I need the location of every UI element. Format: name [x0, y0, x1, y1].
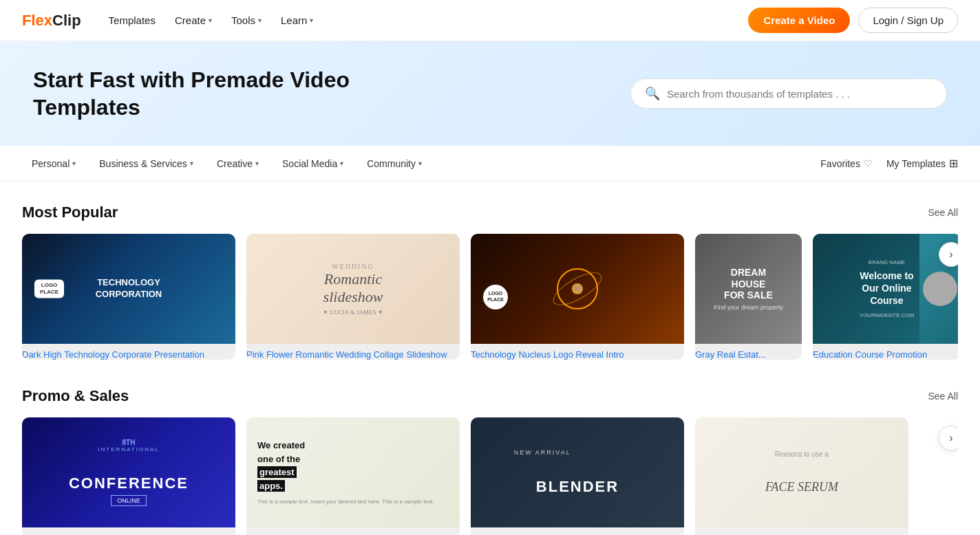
section-header-promo: Promo & Sales See All [22, 387, 958, 405]
cat-social-media[interactable]: Social Media ▾ [273, 154, 353, 173]
chevron-icon: ▾ [190, 160, 193, 167]
scroll-right-button[interactable]: › [939, 426, 958, 450]
card-title: Dark High Technology Corporate Presentat… [22, 349, 235, 360]
play-icon: ▶ [734, 274, 764, 304]
nav-actions: Create a Video Login / Sign Up [748, 8, 958, 33]
play-icon: ▶ [338, 274, 368, 304]
cat-personal[interactable]: Personal ▾ [22, 154, 85, 173]
card-title: Technology Nucleus Logo Reveal Intro [471, 349, 684, 360]
card-realestate[interactable]: DREAMHOUSEFOR SALE Find your dream prope… [695, 234, 802, 360]
promo-sales-section: Promo & Sales See All 8TH INTERNATIONAL … [22, 387, 958, 535]
card-blender[interactable]: NEW ARRIVAL BLENDER ▶ New Arrival Blende… [471, 417, 684, 535]
play-icon: ▶ [787, 457, 817, 488]
nav-templates[interactable]: Templates [109, 14, 156, 26]
play-icon: ▶ [562, 457, 593, 488]
chevron-icon: ▾ [255, 160, 259, 167]
hero-title: Start Fast with Premade Video Templates [33, 66, 418, 121]
logo-text: FlexClip [22, 12, 81, 30]
play-icon: ▶ [872, 274, 902, 304]
card-wedding[interactable]: WEDDING Romanticslideshow ✦ LUCIA & JAME… [246, 234, 460, 360]
search-input[interactable] [667, 88, 933, 100]
favorites-button[interactable]: Favorites ♡ [820, 158, 873, 169]
play-icon: ▶ [562, 274, 593, 304]
section-header-popular: Most Popular See All [22, 204, 958, 221]
card-title: Gray Real Estat... [695, 349, 802, 360]
nav-links: Templates Create ▾ Tools ▾ Learn ▾ [109, 14, 749, 26]
heart-icon: ♡ [864, 158, 873, 169]
create-video-button[interactable]: Create a Video [748, 8, 850, 33]
login-button[interactable]: Login / Sign Up [858, 8, 958, 33]
layers-icon: ⊞ [949, 157, 958, 170]
popular-cards-container: LOGOPLACE TECHNOLOGYCORPORATION ▶ Dark H… [22, 234, 958, 360]
see-all-popular[interactable]: See All [928, 207, 958, 218]
play-icon: ▶ [114, 274, 144, 304]
hero-banner: Start Fast with Premade Video Templates … [0, 41, 980, 146]
nav-learn[interactable]: Learn ▾ [281, 14, 313, 26]
chevron-icon: ▾ [258, 17, 262, 24]
play-icon: ▶ [114, 457, 144, 488]
cat-creative[interactable]: Creative ▾ [207, 154, 268, 173]
chevron-icon: ▾ [310, 17, 313, 24]
nav-tools[interactable]: Tools ▾ [231, 14, 262, 26]
card-app[interactable]: We createdone of thegreatestapps. This i… [246, 417, 460, 535]
cat-community[interactable]: Community ▾ [357, 154, 432, 173]
most-popular-section: Most Popular See All LOGOPLACE TECHNOLOG… [22, 204, 958, 360]
navbar: FlexClip Templates Create ▾ Tools ▾ Lear… [0, 0, 980, 41]
chevron-icon: ▾ [72, 160, 76, 167]
main-content: Most Popular See All LOGOPLACE TECHNOLOG… [0, 182, 980, 535]
chevron-icon: ▾ [418, 160, 422, 167]
scroll-right-button[interactable]: › [939, 242, 958, 267]
popular-cards-row: LOGOPLACE TECHNOLOGYCORPORATION ▶ Dark H… [22, 234, 958, 360]
section-title-promo: Promo & Sales [22, 387, 129, 405]
card-title: Education Course Promotion [813, 349, 958, 360]
logo[interactable]: FlexClip [22, 12, 81, 30]
chevron-icon: ▾ [209, 17, 212, 24]
section-title-popular: Most Popular [22, 204, 118, 221]
nav-create[interactable]: Create ▾ [175, 14, 212, 26]
chevron-icon: ▾ [340, 160, 343, 167]
cat-business[interactable]: Business & Services ▾ [89, 154, 203, 173]
play-icon: ▶ [338, 457, 368, 488]
category-nav-right: Favorites ♡ My Templates ⊞ [820, 157, 958, 170]
my-templates-button[interactable]: My Templates ⊞ [886, 157, 958, 170]
promo-cards-container: 8TH INTERNATIONAL CONFERENCE ONLINE ▶ 8t… [22, 417, 958, 535]
search-bar: 🔍 [630, 78, 947, 109]
category-nav-left: Personal ▾ Business & Services ▾ Creativ… [22, 154, 820, 173]
card-education[interactable]: BRAND NAME Welcome toOur OnlineCourse YO… [813, 234, 958, 360]
card-tech-corp[interactable]: LOGOPLACE TECHNOLOGYCORPORATION ▶ Dark H… [22, 234, 235, 360]
category-nav: Personal ▾ Business & Services ▾ Creativ… [0, 146, 980, 182]
card-serum[interactable]: Reasons to use a FACE SERUM ▶ Reasons to… [695, 417, 908, 535]
card-nucleus[interactable]: LOGOPLACE ▶ Technology Nucleus Logo Reve… [471, 234, 684, 360]
promo-cards-row: 8TH INTERNATIONAL CONFERENCE ONLINE ▶ 8t… [22, 417, 958, 535]
search-icon: 🔍 [645, 86, 660, 101]
see-all-promo[interactable]: See All [928, 391, 958, 402]
card-title: Pink Flower Romantic Wedding Collage Sli… [246, 349, 460, 360]
card-conference[interactable]: 8TH INTERNATIONAL CONFERENCE ONLINE ▶ 8t… [22, 417, 235, 535]
